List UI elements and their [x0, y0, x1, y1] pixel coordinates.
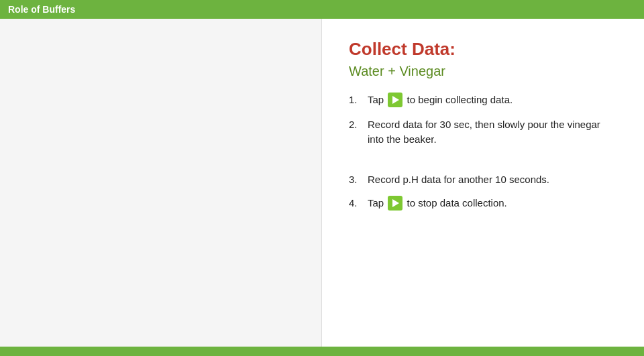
- instruction-text-2: Record data for 30 sec, then slowly pour…: [368, 117, 617, 147]
- main-content: Collect Data: Water + Vinegar 1. Tap to …: [0, 19, 644, 347]
- instruction-spacer: [349, 156, 617, 163]
- instruction-item-2: 2. Record data for 30 sec, then slowly p…: [349, 117, 617, 147]
- instruction-item-3: 3. Record p.H data for another 10 second…: [349, 172, 617, 187]
- instruction-text-1: Tap to begin collecting data.: [368, 93, 617, 108]
- top-bar-title: Role of Buffers: [8, 4, 75, 15]
- subsection-title: Water + Vinegar: [349, 64, 617, 79]
- right-panel: Collect Data: Water + Vinegar 1. Tap to …: [322, 19, 644, 347]
- instruction-text-3: Record p.H data for another 10 seconds.: [368, 172, 617, 187]
- instruction-text-4: Tap to stop data collection.: [368, 196, 617, 211]
- instruction-num-2: 2.: [349, 117, 368, 132]
- play-button-2[interactable]: [388, 196, 402, 211]
- section-title: Collect Data:: [349, 39, 617, 60]
- instruction-num-3: 3.: [349, 172, 368, 187]
- instruction-num-1: 1.: [349, 93, 368, 107]
- top-bar: Role of Buffers: [0, 0, 644, 19]
- instruction-num-4: 4.: [349, 196, 368, 211]
- play-button-1[interactable]: [388, 93, 402, 107]
- left-panel: [0, 19, 322, 347]
- bottom-bar: [0, 347, 644, 356]
- instruction-item-4: 4. Tap to stop data collection.: [349, 196, 617, 211]
- instructions-list: 1. Tap to begin collecting data. 2. Reco…: [349, 93, 617, 211]
- instruction-item-1: 1. Tap to begin collecting data.: [349, 93, 617, 108]
